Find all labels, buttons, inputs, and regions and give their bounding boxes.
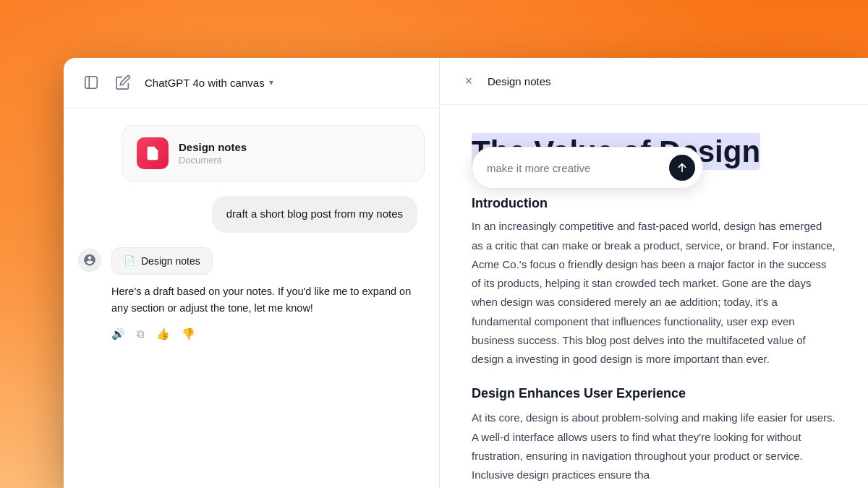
thumbs-up-button[interactable]: 👍 bbox=[156, 328, 170, 341]
user-message-text: draft a short blog post from my notes bbox=[226, 207, 403, 220]
sidebar-toggle-button[interactable] bbox=[81, 72, 101, 93]
user-message: draft a short blog post from my notes bbox=[212, 196, 417, 233]
assistant-avatar bbox=[78, 249, 101, 272]
app-container: ChatGPT 4o with canvas ▾ Design notes bbox=[64, 58, 868, 488]
inline-edit-submit-button[interactable] bbox=[669, 155, 695, 181]
chevron-down-icon: ▾ bbox=[269, 77, 273, 87]
blog-intro-text: In an increasingly competitive and fast-… bbox=[472, 217, 836, 369]
section1-title: Design Enhances User Experience bbox=[472, 386, 836, 401]
design-notes-reference: 📄 Design notes bbox=[111, 247, 213, 275]
chat-messages: Design notes Document draft a short blog… bbox=[64, 108, 439, 488]
thumbs-down-button[interactable]: 👎 bbox=[182, 328, 195, 341]
blog-intro-section: Introduction In an increasingly competit… bbox=[472, 196, 836, 369]
canvas-panel: × Design notes The Value of Design bbox=[440, 58, 868, 488]
chat-header: ChatGPT 4o with canvas ▾ bbox=[64, 58, 439, 108]
ref-title: Design notes bbox=[141, 255, 200, 267]
canvas-content[interactable]: The Value of Design Introduction bbox=[440, 105, 868, 488]
doc-ref-icon: 📄 bbox=[124, 255, 135, 266]
svg-rect-0 bbox=[85, 77, 98, 89]
document-info: Design notes Document bbox=[179, 141, 247, 166]
chat-panel: ChatGPT 4o with canvas ▾ Design notes bbox=[64, 58, 440, 488]
blog-intro-label: Introduction bbox=[472, 196, 836, 211]
document-icon bbox=[137, 137, 169, 169]
assistant-response: 📄 Design notes Here's a draft based on y… bbox=[78, 247, 425, 341]
intro-ellipsis: ction bbox=[516, 196, 548, 210]
document-type: Document bbox=[179, 155, 247, 166]
document-card[interactable]: Design notes Document bbox=[122, 125, 425, 181]
model-selector[interactable]: ChatGPT 4o with canvas ▾ bbox=[145, 77, 273, 89]
action-icons: 🔊 ⧉ 👍 👎 bbox=[111, 328, 425, 341]
close-canvas-button[interactable]: × bbox=[460, 72, 477, 90]
blog-section-1: Design Enhances User Experience At its c… bbox=[472, 386, 836, 484]
close-icon: × bbox=[465, 74, 473, 89]
section1-text: At its core, design is about problem-sol… bbox=[472, 408, 836, 484]
new-chat-button[interactable] bbox=[113, 72, 133, 93]
intro-label-text: Introdu bbox=[472, 196, 516, 210]
speak-button[interactable]: 🔊 bbox=[111, 328, 125, 341]
blog-title-section: The Value of Design bbox=[472, 134, 836, 170]
assistant-content: 📄 Design notes Here's a draft based on y… bbox=[111, 247, 425, 341]
inline-edit-popup bbox=[472, 147, 703, 189]
canvas-header: × Design notes bbox=[440, 58, 868, 105]
model-name: ChatGPT 4o with canvas bbox=[145, 77, 265, 89]
inline-edit-input[interactable] bbox=[487, 162, 662, 174]
assistant-text: Here's a draft based on your notes. If y… bbox=[111, 283, 425, 318]
document-name: Design notes bbox=[179, 141, 247, 153]
copy-button[interactable]: ⧉ bbox=[137, 328, 145, 341]
canvas-title: Design notes bbox=[488, 75, 551, 87]
